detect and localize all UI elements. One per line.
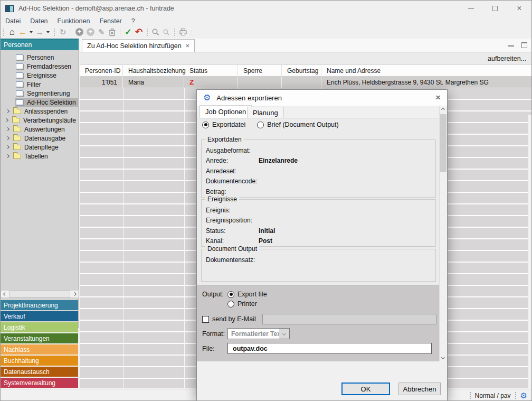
tab-planung[interactable]: Planung: [247, 107, 284, 118]
mdi-minimize-icon[interactable]: [508, 44, 514, 46]
expand-chevron-icon[interactable]: [4, 146, 11, 148]
sidebar-horizontal-scrollbar[interactable]: [1, 290, 79, 298]
print-icon[interactable]: [178, 27, 188, 38]
sidebar-item-segmentierung[interactable]: Segmentierung: [1, 89, 78, 98]
email-input[interactable]: [262, 314, 436, 324]
cell-personen-id: 1'051: [80, 77, 123, 88]
forward-icon[interactable]: →: [34, 27, 45, 38]
sidebar-item-auswertungen[interactable]: Auswertungen: [1, 125, 78, 134]
menu-funktionen[interactable]: Funktionen: [53, 17, 95, 25]
module-verkauf[interactable]: Verkauf: [1, 311, 78, 321]
sidebar-item-verarbeitungslaeufe[interactable]: Verarbeitungsläufe: [1, 116, 78, 125]
dropdown-arrow-icon[interactable]: [279, 329, 289, 339]
tab-close-icon[interactable]: ×: [186, 42, 190, 50]
column-header-personen-id[interactable]: Personen-ID: [80, 65, 123, 76]
dialog-close-icon[interactable]: ×: [429, 90, 447, 106]
scroll-right-icon[interactable]: [71, 293, 78, 295]
radio-brief-document-output[interactable]: Brief (Document Output): [257, 121, 338, 128]
table-row[interactable]: 1'051 Maria Z Erich Plüss, Heldsbergstra…: [80, 77, 532, 88]
column-header-status[interactable]: Status: [184, 65, 238, 76]
search-secondary-icon[interactable]: [161, 27, 172, 38]
scrollbar-thumb[interactable]: [9, 291, 70, 297]
maximize-button[interactable]: [483, 1, 507, 16]
expand-chevron-icon[interactable]: [4, 128, 11, 130]
toolbar-overflow: :: [191, 29, 192, 36]
edit-icon[interactable]: ✎: [96, 27, 107, 38]
minimize-icon: [468, 8, 474, 9]
add-icon[interactable]: +: [75, 28, 83, 36]
sidebar-item-datenpflege[interactable]: Datenpflege: [1, 143, 78, 152]
radio-icon: [202, 122, 209, 128]
format-dropdown[interactable]: Formatierter Text: [227, 328, 290, 339]
mdi-restore-icon[interactable]: [521, 42, 527, 48]
sidebar-item-datenausgabe[interactable]: Datenausgabe: [1, 134, 78, 143]
sidebar-item-ereignisse[interactable]: Ereignisse: [1, 71, 78, 80]
scroll-left-icon[interactable]: [1, 293, 8, 295]
toolbar-grip: [174, 29, 175, 36]
send-by-email-checkbox[interactable]: [202, 316, 209, 323]
tab-job-optionen[interactable]: Job Optionen: [200, 105, 252, 118]
group-legend: Document Output: [205, 245, 259, 253]
status-mode[interactable]: Normal / pav: [475, 392, 511, 399]
module-logistik[interactable]: Logistik: [1, 322, 78, 332]
menu-fenster[interactable]: Fenster: [94, 17, 126, 25]
field-label: Dokumentensatz:: [206, 256, 259, 264]
sidebar-item-tabellen[interactable]: Tabellen: [1, 152, 78, 161]
tab-zu-adhoc-selektion[interactable]: Zu Ad-Hoc Selektion hinzufügen ×: [82, 39, 195, 52]
back-dropdown-icon[interactable]: [30, 31, 33, 33]
expand-chevron-icon[interactable]: [4, 155, 11, 157]
scrollbar-thumb[interactable]: [440, 114, 446, 172]
module-veranstaltungen[interactable]: Veranstaltungen: [1, 333, 78, 343]
expand-chevron-icon[interactable]: [4, 110, 11, 113]
forward-dropdown-icon[interactable]: [46, 31, 50, 33]
menu-bar: Datei Daten Funktionen Fenster ?: [1, 16, 531, 26]
settings-gear-icon[interactable]: ⚙: [520, 391, 527, 399]
module-buchhaltung[interactable]: Buchhaltung: [1, 356, 78, 366]
output-section: Output: Export file Printer send by E-: [197, 285, 440, 361]
home-icon[interactable]: ⌂: [7, 27, 17, 38]
cancel-button[interactable]: Abbrechen: [398, 383, 441, 395]
expand-chevron-icon[interactable]: [3, 119, 10, 122]
search-icon[interactable]: [150, 27, 161, 38]
dialog-scrollbar[interactable]: [439, 106, 447, 361]
undo-icon[interactable]: ↶: [134, 27, 144, 38]
module-projektfinanzierung[interactable]: Projektfinanzierung: [1, 300, 78, 310]
table-vertical-scrollbar[interactable]: [528, 115, 532, 401]
column-header-haushaltsbeziehung[interactable]: Haushaltsbeziehung: [123, 65, 184, 76]
radio-printer[interactable]: Printer: [227, 300, 257, 307]
confirm-icon[interactable]: ✓: [123, 27, 134, 38]
app-window: Ad-Hoc Selektion - demoft@asp.arenae.ch …: [0, 0, 532, 401]
menu-daten[interactable]: Daten: [25, 17, 52, 25]
module-datenaustausch[interactable]: Datenaustausch: [1, 367, 78, 377]
radio-exportdatei[interactable]: Exportdatei: [202, 121, 245, 128]
expand-chevron-icon[interactable]: [4, 137, 11, 139]
add-secondary-icon[interactable]: +: [87, 28, 94, 36]
sidebar-item-personen[interactable]: Personen: [1, 53, 78, 62]
module-nachlass[interactable]: Nachlass: [1, 344, 78, 355]
group-ereignisse: Ereignisse Ereignis: Ereignisposition: S…: [201, 199, 436, 247]
sidebar-item-fremdadressen[interactable]: Fremdadressen: [1, 62, 78, 71]
module-label: Datenaustausch: [4, 368, 50, 376]
sidebar-item-filter[interactable]: Filter: [1, 80, 78, 89]
menu-datei[interactable]: Datei: [1, 17, 25, 25]
cell-sperre: [238, 77, 282, 88]
radio-export-file[interactable]: Export file: [227, 291, 267, 298]
scroll-down-icon[interactable]: [441, 356, 445, 359]
minimize-button[interactable]: [459, 1, 483, 16]
aufbereiten-link[interactable]: aufbereiten...: [488, 55, 526, 62]
column-header-sperre[interactable]: Sperre: [238, 65, 282, 76]
sidebar-item-adhoc-selektion[interactable]: Ad-Hoc Selektion: [1, 98, 78, 107]
menu-help[interactable]: ?: [127, 17, 140, 25]
back-icon[interactable]: ←: [17, 27, 28, 38]
dialog-title: Adressen exportieren: [216, 94, 282, 102]
column-header-name-und-adresse[interactable]: Name und Adresse: [321, 65, 532, 76]
module-systemverwaltung[interactable]: Systemverwaltung: [1, 378, 78, 388]
refresh-icon[interactable]: ↻: [58, 27, 68, 38]
sidebar-item-anlassspenden[interactable]: Anlassspenden: [1, 107, 78, 116]
delete-icon[interactable]: [107, 27, 117, 38]
scroll-up-icon[interactable]: [441, 108, 445, 111]
file-input[interactable]: outpav.doc: [227, 343, 432, 354]
close-button[interactable]: ×: [507, 1, 531, 16]
column-header-geburtstag[interactable]: Geburtstag: [282, 65, 321, 76]
ok-button[interactable]: OK: [341, 383, 390, 395]
